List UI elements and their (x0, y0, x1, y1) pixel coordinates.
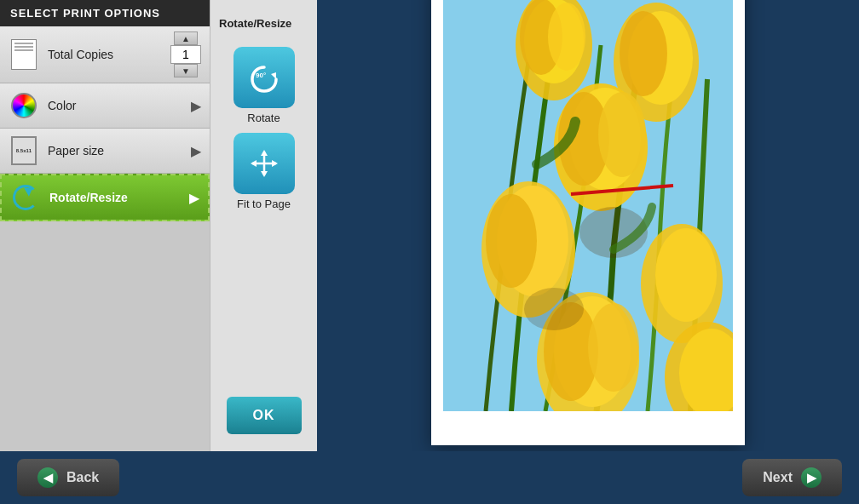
next-label: Next (763, 470, 793, 485)
total-copies-row: Total Copies ▲ ▼ (0, 26, 210, 83)
copies-stepper[interactable]: ▲ ▼ (170, 32, 201, 77)
svg-point-19 (598, 92, 646, 177)
rotate-resize-row[interactable]: Rotate/Resize ▶ (0, 174, 210, 221)
svg-point-29 (588, 303, 639, 392)
svg-marker-6 (251, 160, 257, 167)
photo-preview (443, 0, 733, 411)
color-label: Color (48, 99, 191, 112)
left-panel: SELECT PRINT OPTIONS Total Copies ▲ ▼ Co… (0, 0, 210, 451)
color-arrow-icon: ▶ (191, 98, 201, 114)
rotate-resize-icon (10, 182, 41, 213)
svg-point-15 (620, 11, 667, 96)
back-button[interactable]: ◀ Back (17, 459, 119, 496)
rotate-button-group: 90° Rotate (233, 47, 295, 124)
svg-marker-1 (271, 72, 276, 79)
paper-size-label-icon: 8.5x11 (11, 136, 37, 165)
copies-decrement-button[interactable]: ▼ (174, 64, 198, 77)
color-icon (9, 90, 39, 121)
svg-marker-7 (272, 160, 278, 167)
color-row[interactable]: Color ▶ (0, 83, 210, 129)
svg-point-33 (524, 288, 584, 330)
fit-to-page-label: Fit to Page (237, 198, 291, 210)
copies-icon (9, 39, 39, 70)
rotate-resize-panel: Rotate/Resize 90° Rotate (210, 0, 317, 451)
svg-point-25 (655, 228, 717, 322)
paper-size-label: Paper size (48, 144, 191, 158)
rotate-label: Rotate (247, 112, 280, 124)
rotate-panel-title: Rotate/Resize (219, 17, 291, 30)
rotate-resize-arrow-icon: ▶ (189, 190, 199, 206)
svg-text:90°: 90° (256, 72, 266, 79)
paper-size-icon: 8.5x11 (9, 135, 39, 166)
copies-input[interactable] (170, 45, 201, 64)
copies-increment-button[interactable]: ▲ (174, 32, 198, 45)
rotate-resize-label: Rotate/Resize (49, 191, 189, 204)
bottom-bar: ◀ Back Next ▶ (0, 451, 859, 504)
back-arrow-icon: ◀ (37, 467, 58, 488)
svg-point-12 (548, 3, 585, 71)
panel-title: SELECT PRINT OPTIONS (0, 0, 210, 26)
copies-label: Total Copies (48, 48, 170, 61)
preview-area: flower.jpg (317, 0, 859, 451)
svg-marker-5 (261, 171, 268, 177)
svg-point-23 (486, 194, 537, 288)
ok-button[interactable]: OK (227, 397, 302, 434)
paper-size-arrow-icon: ▶ (191, 143, 201, 159)
back-label: Back (66, 470, 99, 485)
fit-to-page-button[interactable] (233, 133, 295, 194)
svg-marker-4 (261, 150, 268, 156)
next-button[interactable]: Next ▶ (742, 459, 842, 496)
rotate-button[interactable]: 90° (233, 47, 295, 108)
paper-size-row[interactable]: 8.5x11 Paper size ▶ (0, 129, 210, 174)
photo-frame (431, 0, 745, 445)
next-arrow-icon: ▶ (801, 467, 822, 488)
fit-to-page-button-group: Fit to Page (233, 133, 295, 210)
